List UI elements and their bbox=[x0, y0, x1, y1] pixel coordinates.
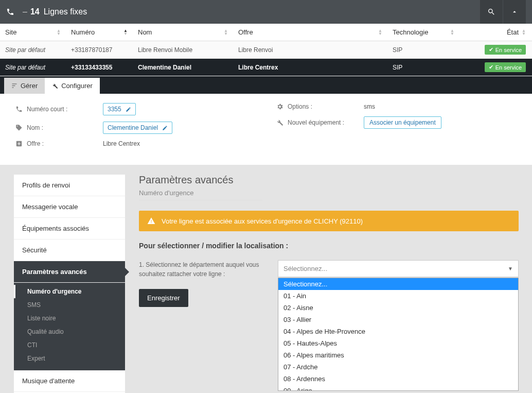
sort-icon: ▲▼ bbox=[123, 29, 128, 36]
cell-numero: +33133433355 bbox=[66, 64, 133, 71]
table-row[interactable]: Site par défaut +33187870187 Libre Renvo… bbox=[0, 41, 532, 59]
label-numero-court: Numéro court : bbox=[27, 106, 67, 113]
cell-nom: Clementine Daniel bbox=[133, 64, 233, 71]
cell-offre: Libre Renvoi bbox=[233, 46, 387, 54]
dropdown-item[interactable]: 09 - Arige bbox=[278, 385, 518, 391]
right-pane: Paramètres avancés Numéro d'urgence Votr… bbox=[139, 174, 519, 393]
alert-text: Votre ligne est associée aux services d'… bbox=[162, 217, 363, 225]
department-dropdown[interactable]: Sélectionnez... 01 - Ain 02 - Aisne 03 -… bbox=[278, 278, 519, 391]
detail-panel: Numéro court : 3355 Nom : Clementine Dan… bbox=[0, 94, 532, 165]
cell-site: Site par défaut bbox=[0, 64, 66, 71]
dropdown-item[interactable]: 03 - Allier bbox=[278, 314, 518, 326]
sidebar-item-securite[interactable]: Sécurité bbox=[14, 240, 125, 261]
section-label: Pour sélectionner / modifier la localisa… bbox=[139, 242, 519, 250]
phone-icon bbox=[6, 8, 14, 16]
cell-tech: SIP bbox=[387, 46, 459, 54]
sub-item-urgence[interactable]: Numéro d'urgence bbox=[14, 285, 125, 298]
check-icon: ✔ bbox=[489, 64, 493, 71]
content-area: Profils de renvoi Messagerie vocale Équi… bbox=[0, 165, 532, 393]
dropdown-item[interactable]: 06 - Alpes maritimes bbox=[278, 349, 518, 361]
col-tech[interactable]: Technologie▲▼ bbox=[387, 28, 459, 36]
sort-icon: ▲▼ bbox=[378, 29, 382, 36]
cell-offre: Libre Centrex bbox=[233, 64, 387, 71]
cell-numero: +33187870187 bbox=[66, 46, 133, 54]
table-row[interactable]: Site par défaut +33133433355 Clementine … bbox=[0, 59, 532, 76]
dropdown-item[interactable]: 05 - Hautes-Alpes bbox=[278, 337, 518, 349]
tag-icon bbox=[15, 124, 23, 131]
sidebar: Profils de renvoi Messagerie vocale Équi… bbox=[13, 174, 126, 393]
dropdown-item[interactable]: Sélectionnez... bbox=[278, 278, 518, 290]
dropdown-item[interactable]: 02 - Aisne bbox=[278, 302, 518, 314]
sub-item-sms[interactable]: SMS bbox=[14, 298, 125, 312]
value-options: sms bbox=[364, 103, 517, 110]
label-offre: Offre : bbox=[27, 140, 44, 147]
select-wrap: Sélectionnez... ▼ Sélectionnez... 01 - A… bbox=[278, 260, 519, 277]
submit-button[interactable]: Enregistrer bbox=[139, 289, 188, 307]
label-options: Options : bbox=[288, 103, 312, 110]
plus-square-icon bbox=[15, 140, 23, 147]
header-title: Lignes fixes bbox=[44, 7, 87, 16]
check-icon: ✔ bbox=[489, 46, 493, 53]
dropdown-item[interactable]: 04 - Alpes de Hte-Provence bbox=[278, 326, 518, 337]
header-count: 14 bbox=[30, 7, 40, 16]
tab-configure[interactable]: Configurer bbox=[45, 78, 100, 94]
form-row-dept: 1. Sélectionnez le département auquel vo… bbox=[139, 260, 519, 279]
col-offre[interactable]: Offre▲▼ bbox=[233, 28, 387, 36]
cell-nom: Libre Renvoi Mobile bbox=[133, 46, 233, 54]
sidebar-item-messagerie[interactable]: Messagerie vocale bbox=[14, 196, 125, 218]
pencil-icon bbox=[162, 125, 168, 131]
department-select[interactable]: Sélectionnez... ▼ bbox=[278, 260, 519, 277]
value-offre: Libre Centrex bbox=[103, 140, 256, 147]
cell-tech: SIP bbox=[387, 64, 459, 71]
pane-title: Paramètres avancés bbox=[139, 174, 519, 186]
table-header: Site▲▼ Numéro▲▼ Nom▲▼ Offre▲▼ Technologi… bbox=[0, 24, 532, 41]
sidebar-item-profils[interactable]: Profils de renvoi bbox=[14, 175, 125, 196]
col-numero[interactable]: Numéro▲▼ bbox=[66, 28, 133, 36]
dropdown-item[interactable]: 01 - Ain bbox=[278, 290, 518, 302]
status-badge: ✔En service bbox=[485, 62, 526, 72]
sidebar-item-parametres[interactable]: Paramètres avancés bbox=[14, 261, 125, 283]
sidebar-item-musique[interactable]: Musique d'attente bbox=[14, 370, 125, 392]
sub-item-cti[interactable]: CTI bbox=[14, 338, 125, 352]
edit-nom[interactable]: Clementine Daniel bbox=[103, 122, 172, 134]
collapse-button[interactable] bbox=[503, 0, 526, 24]
cell-etat: ✔En service bbox=[459, 62, 532, 72]
sub-item-liste-noire[interactable]: Liste noire bbox=[14, 312, 125, 325]
sort-icon: ▲▼ bbox=[522, 29, 526, 36]
search-button[interactable] bbox=[480, 0, 503, 24]
label-nom: Nom : bbox=[27, 124, 43, 131]
wrench-icon bbox=[52, 83, 58, 89]
step1-text: 1. Sélectionnez le département auquel vo… bbox=[139, 260, 262, 279]
col-site[interactable]: Site▲▼ bbox=[0, 28, 66, 36]
col-etat[interactable]: État▲▼ bbox=[459, 28, 532, 36]
sort-icon: ▲▼ bbox=[57, 29, 61, 36]
sidebar-item-equipements[interactable]: Équipements associés bbox=[14, 218, 125, 240]
sort-icon: ▲▼ bbox=[224, 29, 228, 36]
status-badge: ✔En service bbox=[485, 45, 526, 55]
row-tabs: Gérer Configurer bbox=[0, 76, 532, 94]
wrench-icon bbox=[276, 119, 283, 126]
cell-site: Site par défaut bbox=[0, 46, 66, 54]
pane-subtitle: Numéro d'urgence bbox=[139, 189, 262, 197]
cell-etat: ✔En service bbox=[459, 45, 532, 55]
phone-icon bbox=[15, 106, 23, 113]
edit-numero-court[interactable]: 3355 bbox=[103, 103, 136, 115]
sliders-icon bbox=[11, 83, 17, 89]
label-equip: Nouvel équipement : bbox=[288, 119, 344, 126]
warning-icon bbox=[147, 217, 155, 225]
dash: – bbox=[23, 7, 27, 16]
sub-item-expert[interactable]: Expert bbox=[14, 352, 125, 365]
gear-icon bbox=[276, 103, 283, 110]
alert-box: Votre ligne est associée aux services d'… bbox=[139, 211, 519, 231]
chevron-down-icon: ▼ bbox=[508, 266, 513, 271]
header-bar: – 14 Lignes fixes bbox=[0, 0, 532, 24]
dropdown-item[interactable]: 07 - Ardche bbox=[278, 361, 518, 373]
sort-icon: ▲▼ bbox=[450, 29, 454, 36]
sub-nav: Numéro d'urgence SMS Liste noire Qualité… bbox=[14, 283, 125, 370]
sub-item-qualite[interactable]: Qualité audio bbox=[14, 325, 125, 338]
associate-equipment-button[interactable]: Associer un équipement bbox=[364, 116, 441, 129]
pencil-icon bbox=[126, 107, 131, 112]
dropdown-item[interactable]: 08 - Ardennes bbox=[278, 373, 518, 385]
tab-manage[interactable]: Gérer bbox=[4, 78, 45, 94]
col-nom[interactable]: Nom▲▼ bbox=[133, 28, 233, 36]
